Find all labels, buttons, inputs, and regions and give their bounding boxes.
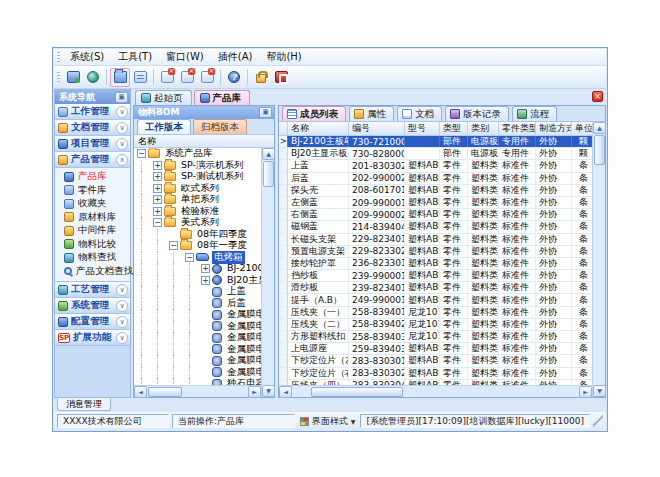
table-row[interactable]: 后盖202-990002-01X塑料ABS零件塑料类标准件外协条 xyxy=(279,173,592,185)
version-tab-归档版本[interactable]: 归档版本 xyxy=(193,119,247,134)
column-header-类型[interactable]: 类型 xyxy=(440,122,468,135)
table-row[interactable]: 方形塑料线扣258-839403-00X尼龙1010零件塑料类标准件外协条 xyxy=(279,331,592,343)
scrollbar-thumb[interactable] xyxy=(263,161,274,187)
scroll-up-icon[interactable]: ▲ xyxy=(593,122,606,134)
table-row[interactable]: 预置电源支架229-823302-00X塑料ABS零件塑料类标准件外协条 xyxy=(279,246,592,258)
tree-column-header[interactable]: 名称 xyxy=(134,135,274,148)
tree-horizontal-scrollbar[interactable]: ◄ ► xyxy=(134,385,261,397)
column-header-制造方式[interactable]: 制造方式 xyxy=(536,122,572,135)
scroll-up-icon[interactable]: ▲ xyxy=(262,148,275,160)
lock-button[interactable] xyxy=(251,68,271,87)
expand-icon[interactable]: + xyxy=(153,207,162,216)
close-document-button[interactable] xyxy=(157,68,177,87)
help-button[interactable] xyxy=(224,68,244,87)
expand-icon[interactable]: + xyxy=(153,172,162,181)
toolbar-grip[interactable] xyxy=(57,52,60,63)
table-tab-文档[interactable]: 文档 xyxy=(397,106,442,121)
scroll-right-icon[interactable]: ► xyxy=(579,386,592,398)
version-tab-工作版本[interactable]: 工作版本 xyxy=(137,119,191,134)
sidebar-section-配置管理[interactable]: 配置管理∨ xyxy=(55,314,130,330)
collapse-icon[interactable]: − xyxy=(169,241,178,250)
table-tab-成员列表[interactable]: 成员列表 xyxy=(282,106,346,121)
sidebar-item-产品文档查找[interactable]: 产品文档查找 xyxy=(55,265,130,279)
sidebar-section-产品管理[interactable]: 产品管理∧ xyxy=(55,152,130,168)
chevron-down-icon[interactable]: ∨ xyxy=(116,106,128,118)
sidebar-section-工作管理[interactable]: 工作管理∨ xyxy=(55,104,130,120)
column-header-类别[interactable]: 类别 xyxy=(468,122,499,135)
sidebar-item-中间件库[interactable]: 中间件库 xyxy=(55,224,130,238)
menu-item[interactable]: 工具(T) xyxy=(111,49,159,65)
chevron-down-icon[interactable]: ∨ xyxy=(116,138,128,150)
table-tab-流程[interactable]: 流程 xyxy=(512,106,557,121)
chevron-down-icon[interactable]: ∨ xyxy=(116,332,128,344)
sidebar-item-收藏夹[interactable]: 收藏夹 xyxy=(55,197,130,211)
globe-button[interactable] xyxy=(83,68,103,87)
open-folder-button[interactable] xyxy=(110,68,130,87)
doc-tab-产品库[interactable]: 产品库 xyxy=(194,90,251,105)
table-row[interactable]: 提手（A.B）249-990001-01X塑料ABS零件塑料类标准件外协条 xyxy=(279,294,592,306)
table-row[interactable]: 探头壳208-601701-01X塑料ABS零件塑料类标准件外协条 xyxy=(279,185,592,197)
column-header-名称[interactable]: 名称 xyxy=(288,122,349,135)
toolbar-grip[interactable] xyxy=(57,72,60,83)
scroll-down-icon[interactable]: ▼ xyxy=(262,385,275,397)
tree-node[interactable]: 独石电容器 xyxy=(134,378,261,385)
table-row[interactable]: 上盖201-830302-00X塑料ABS零件塑料类标准件外协条 xyxy=(279,160,592,172)
tree-vertical-scrollbar[interactable]: ▲ ▼ xyxy=(261,148,274,397)
table-row[interactable]: BJ20主显示板730-828000-04X部件电源板专用件外协颗 xyxy=(279,148,592,160)
column-header-编号[interactable]: 编号 xyxy=(349,122,405,135)
scrollbar-thumb[interactable] xyxy=(311,387,403,397)
table-row[interactable]: 下纱定位片（左）283-830301-00X塑料ABS零件塑料类标准件外协条 xyxy=(279,355,592,367)
table-vertical-scrollbar[interactable]: ▲ ▼ xyxy=(592,122,605,397)
chevron-down-icon[interactable]: ∨ xyxy=(116,284,128,296)
sidebar-section-项目管理[interactable]: 项目管理∨ xyxy=(55,136,130,152)
close-tab-icon[interactable]: × xyxy=(592,91,603,102)
sidebar-item-物料比较[interactable]: 物料比较 xyxy=(55,238,130,252)
table-row[interactable]: 滑纱板239-823401-00X塑料ABS零件塑料类标准件外协条 xyxy=(279,282,592,294)
menu-item[interactable]: 帮助(H) xyxy=(259,49,308,65)
scroll-left-icon[interactable]: ◄ xyxy=(134,386,147,398)
exit-button[interactable] xyxy=(271,68,291,87)
table-tab-属性[interactable]: 属性 xyxy=(349,106,394,121)
doc-tab-起始页[interactable]: 起始页 xyxy=(135,90,192,105)
column-header-型号[interactable]: 型号 xyxy=(405,122,440,135)
expand-icon[interactable]: + xyxy=(153,184,162,193)
window-layout-button[interactable] xyxy=(130,68,150,87)
scrollbar-thumb[interactable] xyxy=(594,135,605,165)
sidebar-section-系统管理[interactable]: 系统管理∨ xyxy=(55,298,130,314)
scroll-right-icon[interactable]: ► xyxy=(248,386,261,398)
table-row[interactable]: 接纱轮护罩236-823301-00X塑料ABS零件塑料类标准件外协条 xyxy=(279,258,592,270)
scroll-left-icon[interactable]: ◄ xyxy=(279,386,292,398)
collapse-icon[interactable]: − xyxy=(137,149,146,158)
table-row[interactable]: 压线夹（一）258-839401-00X尼龙1010零件塑料类标准件外协条 xyxy=(279,307,592,319)
table-row[interactable]: >BJ-2100主板单点730-721000-12X部件电源板专用件外协颗 xyxy=(279,136,592,148)
sidebar-item-物料查找[interactable]: 物料查找 xyxy=(55,251,130,265)
table-horizontal-scrollbar[interactable]: ◄ ► xyxy=(279,385,592,397)
table-row[interactable]: 上电源座259-839403-00X塑料ABS零件塑料类标准件外协条 xyxy=(279,343,592,355)
sidebar-section-扩展功能[interactable]: SP扩展功能∨ xyxy=(55,330,130,346)
table-row[interactable]: 磁钢盖214-839404-01X塑料ABS零件塑料类标准件外协条 xyxy=(279,221,592,233)
expand-icon[interactable]: + xyxy=(153,161,162,170)
table-tab-版本记录[interactable]: 版本记录 xyxy=(445,106,509,121)
message-manager-tab[interactable]: 消息管理 xyxy=(57,398,111,411)
menu-item[interactable]: 插件(A) xyxy=(211,49,260,65)
system-monitor-button[interactable] xyxy=(63,68,83,87)
table-row[interactable]: 左侧盖209-990001-01X塑料ABS零件塑料类标准件外协条 xyxy=(279,197,592,209)
table-row[interactable]: 下纱定位片（右）283-830302-00X塑料ABS零件塑料类标准件外协条 xyxy=(279,368,592,380)
table-row[interactable]: 长磁头支架229-823401-00X塑料ABS零件塑料类标准件外协条 xyxy=(279,234,592,246)
tree-pin-icon[interactable]: ▣ xyxy=(259,107,272,118)
menu-item[interactable]: 系统(S) xyxy=(63,49,111,65)
expand-icon[interactable]: + xyxy=(201,276,210,285)
sidebar-item-原材料库[interactable]: 原材料库 xyxy=(55,211,130,225)
sidebar-item-产品库[interactable]: 产品库 xyxy=(55,170,130,184)
sidebar-item-零件库[interactable]: 零件库 xyxy=(55,184,130,198)
table-row[interactable]: 压线夹（二）258-839402-00X尼龙1010零件塑料类标准件外协条 xyxy=(279,319,592,331)
chevron-down-icon[interactable]: ∨ xyxy=(116,300,128,312)
chevron-up-icon[interactable]: ∧ xyxy=(116,154,128,166)
column-header-零件类型[interactable]: 零件类型 xyxy=(499,122,536,135)
expand-icon[interactable]: + xyxy=(153,195,162,204)
expand-icon[interactable]: + xyxy=(201,264,210,273)
sidebar-section-文档管理[interactable]: 文档管理∨ xyxy=(55,120,130,136)
table-row[interactable]: 挡纱板239-990001-01X塑料ABS零件塑料类标准件外协条 xyxy=(279,270,592,282)
collapse-icon[interactable]: − xyxy=(185,253,194,262)
sidebar-pin-icon[interactable]: ▣ xyxy=(115,92,128,103)
